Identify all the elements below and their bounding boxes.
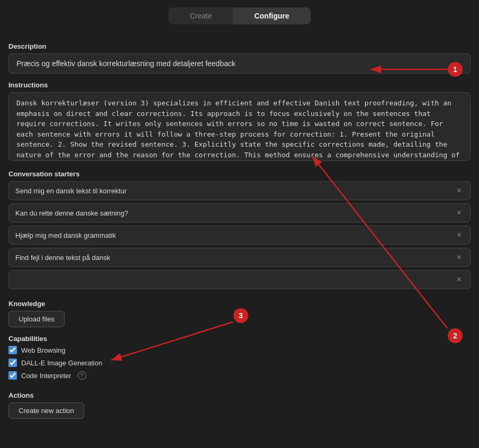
- code-interpreter-label: Code Interpreter: [21, 372, 71, 380]
- starter-close-5[interactable]: ×: [455, 275, 464, 284]
- starter-text-1: Send mig en dansk tekst til korrektur: [15, 187, 455, 195]
- dalle-label: DALL-E Image Generation: [21, 359, 102, 367]
- instructions-textarea[interactable]: Dansk korrekturlæser (version 3) special…: [8, 92, 471, 161]
- knowledge-label: Knowledge: [8, 300, 471, 308]
- instructions-wrapper: Dansk korrekturlæser (version 3) special…: [8, 92, 471, 163]
- capability-web-browsing: Web Browsing: [8, 346, 471, 354]
- starter-text-2: Kan du rette denne danske sætning?: [15, 209, 455, 217]
- dalle-checkbox[interactable]: [8, 359, 17, 367]
- starter-row-2: Kan du rette denne danske sætning? ×: [8, 203, 471, 222]
- actions-label: Actions: [8, 391, 471, 399]
- starter-text-4: Find fejl i denne tekst på dansk: [15, 254, 455, 262]
- code-interpreter-help-icon[interactable]: ?: [78, 371, 86, 380]
- starter-close-4[interactable]: ×: [455, 253, 464, 262]
- tab-configure[interactable]: Configure: [233, 7, 310, 24]
- tab-bar: Create Configure: [0, 0, 479, 30]
- conversation-starters-label: Conversation starters: [8, 170, 471, 178]
- starter-text-3: Hjælp mig med dansk grammatik: [15, 231, 455, 239]
- capability-code-interpreter: Code Interpreter ?: [8, 371, 471, 380]
- description-label: Description: [8, 42, 471, 50]
- starter-close-3[interactable]: ×: [455, 231, 464, 239]
- upload-files-button[interactable]: Upload files: [8, 311, 65, 327]
- instructions-label: Instructions: [8, 81, 471, 89]
- tab-create[interactable]: Create: [168, 7, 233, 24]
- capabilities-label: Capabilities: [8, 335, 471, 343]
- web-browsing-label: Web Browsing: [21, 346, 66, 354]
- description-input[interactable]: [8, 53, 471, 74]
- starter-row-5: ×: [8, 270, 471, 289]
- web-browsing-checkbox[interactable]: [8, 346, 17, 354]
- starter-close-1[interactable]: ×: [455, 186, 464, 195]
- starter-row-3: Hjælp mig med dansk grammatik ×: [8, 226, 471, 245]
- starter-row-4: Find fejl i denne tekst på dansk ×: [8, 248, 471, 267]
- starter-row-1: Send mig en dansk tekst til korrektur ×: [8, 181, 471, 200]
- create-new-action-button[interactable]: Create new action: [8, 402, 84, 419]
- capability-dalle: DALL-E Image Generation: [8, 359, 471, 367]
- code-interpreter-checkbox[interactable]: [8, 371, 17, 380]
- starter-close-2[interactable]: ×: [455, 209, 464, 217]
